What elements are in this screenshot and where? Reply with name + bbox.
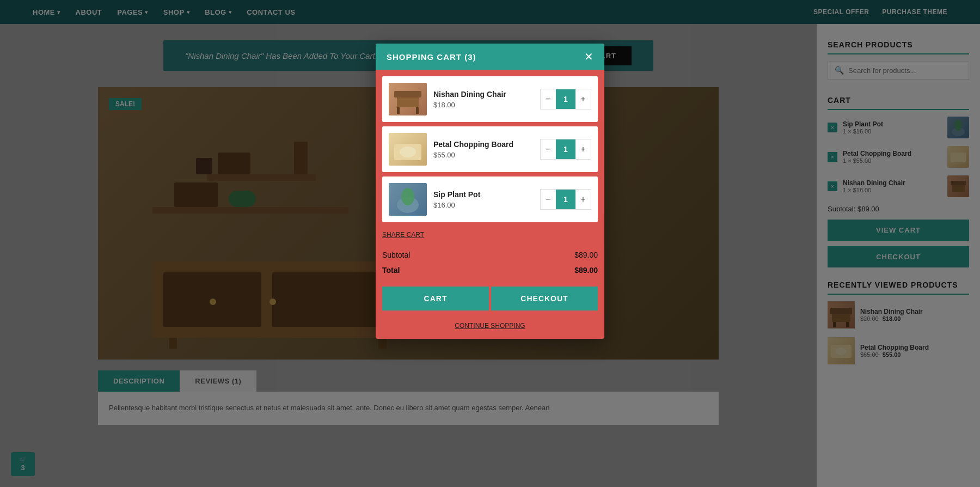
modal-items: Nishan Dining Chair $18.00 − 1 + Petal C…: [376, 70, 604, 229]
modal-item-image: [389, 183, 427, 216]
qty-increase-button[interactable]: +: [575, 89, 591, 109]
modal-item-price: $55.00: [433, 151, 534, 159]
modal-subtotal-row: Subtotal $89.00: [382, 247, 598, 263]
qty-decrease-button[interactable]: −: [541, 89, 556, 109]
modal-item-details: Nishan Dining Chair $18.00: [433, 90, 534, 109]
svg-point-35: [400, 147, 416, 157]
svg-rect-33: [416, 107, 419, 114]
modal-item-name: Nishan Dining Chair: [433, 90, 534, 99]
modal-subtotal-value: $89.00: [574, 251, 598, 259]
modal-item-price: $16.00: [433, 201, 534, 209]
svg-rect-32: [397, 107, 400, 114]
modal-item-price: $18.00: [433, 101, 534, 109]
modal-item-image: [389, 133, 427, 166]
svg-rect-31: [394, 91, 421, 98]
modal-title: SHOPPING CART (3): [387, 52, 476, 62]
modal-total-value: $89.00: [574, 266, 598, 275]
modal-header: SHOPPING CART (3) ✕: [376, 44, 604, 70]
modal-totals: Subtotal $89.00 Total $89.00: [376, 243, 604, 282]
modal-item-image: [389, 83, 427, 115]
modal-checkout-button[interactable]: CHECKOUT: [491, 287, 598, 311]
qty-value: 1: [556, 139, 575, 159]
modal-item-name: Sip Plant Pot: [433, 190, 534, 199]
modal-item-details: Petal Chopping Board $55.00: [433, 140, 534, 159]
quantity-control: − 1 +: [540, 189, 591, 210]
modal-total-label: Total: [382, 266, 400, 275]
modal-continue: CONTINUE SHOPPING: [376, 315, 604, 339]
modal-actions: CART CHECKOUT: [376, 282, 604, 315]
shopping-cart-modal: SHOPPING CART (3) ✕ Nishan Dining Chair …: [376, 44, 604, 339]
svg-rect-30: [397, 96, 419, 107]
qty-value: 1: [556, 190, 575, 209]
quantity-control: − 1 +: [540, 139, 591, 160]
modal-total-row: Total $89.00: [382, 263, 598, 278]
modal-item-name: Petal Chopping Board: [433, 140, 534, 149]
continue-shopping-link[interactable]: CONTINUE SHOPPING: [455, 322, 525, 330]
modal-overlay[interactable]: SHOPPING CART (3) ✕ Nishan Dining Chair …: [0, 0, 980, 487]
modal-cart-button[interactable]: CART: [382, 287, 489, 311]
quantity-control: − 1 +: [540, 89, 591, 109]
share-cart-link[interactable]: SHARE CART: [376, 229, 604, 243]
modal-subtotal-label: Subtotal: [382, 251, 410, 259]
qty-value: 1: [556, 89, 575, 109]
modal-close-button[interactable]: ✕: [584, 51, 593, 62]
svg-point-37: [401, 188, 414, 205]
modal-item: Nishan Dining Chair $18.00 − 1 +: [382, 76, 598, 122]
qty-decrease-button[interactable]: −: [541, 190, 556, 209]
modal-item-details: Sip Plant Pot $16.00: [433, 190, 534, 209]
modal-item: Sip Plant Pot $16.00 − 1 +: [382, 176, 598, 222]
qty-increase-button[interactable]: +: [575, 190, 591, 209]
qty-increase-button[interactable]: +: [575, 139, 591, 159]
modal-item: Petal Chopping Board $55.00 − 1 +: [382, 126, 598, 172]
qty-decrease-button[interactable]: −: [541, 139, 556, 159]
